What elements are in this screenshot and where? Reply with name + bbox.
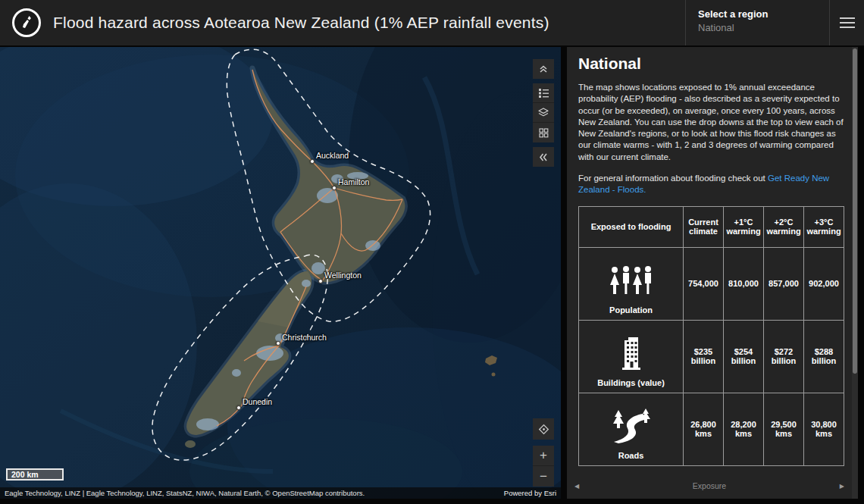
row-label-buildings: Buildings (value) <box>581 378 681 387</box>
value-population-current: 754,000 <box>684 247 724 320</box>
city-label: Auckland <box>316 151 349 160</box>
panel-scrollbar[interactable] <box>852 47 858 499</box>
city-dot-icon <box>318 279 323 283</box>
col-header-plus1: +1°C warming <box>724 206 764 247</box>
double-chevron-up-icon <box>539 64 548 74</box>
value-roads-plus1: 28,200 kms <box>724 393 764 465</box>
locate-button[interactable] <box>533 418 554 440</box>
value-buildings-plus3: $288 billion <box>804 320 844 393</box>
tab-exposure[interactable]: Exposure <box>693 481 726 490</box>
row-label-population: Population <box>581 305 681 315</box>
hamburger-menu-icon[interactable] <box>829 0 864 45</box>
value-buildings-current: $235 billion <box>684 320 724 393</box>
nz-flood-logo-icon <box>12 8 41 37</box>
population-icon <box>581 254 681 298</box>
zoom-out-button[interactable]: − <box>533 466 554 487</box>
expand-widgets-button[interactable] <box>533 59 554 79</box>
table-row-buildings: Buildings (value) $235 billion $254 bill… <box>579 320 844 393</box>
panel-more-text: For general information about flooding c… <box>578 173 844 196</box>
value-buildings-plus2: $272 billion <box>764 320 804 393</box>
city-label: Wellington <box>324 271 362 280</box>
info-panel: National The map shows locations exposed… <box>567 47 852 499</box>
zoom-controls: + − <box>533 446 554 487</box>
region-selector-value: National <box>698 22 829 33</box>
table-header-row: Exposed to flooding Current climate +1°C… <box>579 206 844 247</box>
basemap-gallery-button[interactable] <box>533 123 554 142</box>
double-chevron-left-icon <box>539 153 548 161</box>
map-canvas[interactable]: Auckland Hamilton Wellington Christchurc… <box>0 47 561 499</box>
city-label: Christchurch <box>282 333 327 342</box>
attribution-text: Eagle Technology, LINZ | Eagle Technolog… <box>5 489 365 497</box>
legend-icon <box>539 89 549 98</box>
page-title: Flood hazard across Aotearoa New Zealand… <box>53 14 549 32</box>
region-selector[interactable]: Select a region National <box>685 0 829 45</box>
app-header: Flood hazard across Aotearoa New Zealand… <box>0 0 864 45</box>
city-dot-icon <box>236 405 241 410</box>
city-dot-icon <box>332 186 337 190</box>
scale-bar: 200 km <box>6 468 64 481</box>
exposure-table: Exposed to flooding Current climate +1°C… <box>578 206 844 466</box>
powered-by-esri: Powered by Esri <box>504 489 556 497</box>
tab-prev-arrow-icon[interactable]: ◀ <box>574 483 579 490</box>
col-header-plus3: +3°C warming <box>804 206 844 247</box>
value-buildings-plus1: $254 billion <box>724 320 764 393</box>
more-info-prefix: For general information about flooding c… <box>578 174 768 183</box>
table-row-population: Population 754,000 810,000 857,000 902,0… <box>579 247 844 320</box>
city-dot-icon <box>276 341 280 346</box>
col-header-plus2: +2°C warming <box>764 206 804 247</box>
exposure-tab-bar: ◀ Exposure ▶ <box>567 477 852 494</box>
zoom-in-button[interactable]: + <box>533 446 554 466</box>
map-attribution-bar: Eagle Technology, LINZ | Eagle Technolog… <box>0 487 561 499</box>
map-widget-stack <box>533 59 554 167</box>
row-label-roads: Roads <box>581 451 681 460</box>
panel-intro-text: The map shows locations exposed to 1% an… <box>578 82 844 163</box>
basemap-grid-icon <box>539 128 549 138</box>
table-row-roads: Roads 26,800 kms 28,200 kms 29,500 kms 3… <box>579 393 844 465</box>
tab-next-arrow-icon[interactable]: ▶ <box>840 483 844 490</box>
city-dot-icon <box>310 159 315 164</box>
value-roads-plus3: 30,800 kms <box>804 393 844 465</box>
value-population-plus3: 902,000 <box>804 247 844 320</box>
roads-icon <box>581 399 681 443</box>
col-header-exposed: Exposed to flooding <box>579 206 684 247</box>
city-label: Dunedin <box>243 397 272 406</box>
value-roads-current: 26,800 kms <box>684 393 724 465</box>
col-header-current: Current climate <box>684 206 724 247</box>
panel-title: National <box>578 55 844 73</box>
value-population-plus1: 810,000 <box>724 247 764 320</box>
value-roads-plus2: 29,500 kms <box>764 393 804 465</box>
legend-button[interactable] <box>533 83 554 103</box>
app-window: Flood hazard across Aotearoa New Zealand… <box>0 0 864 504</box>
locate-diamond-icon <box>538 424 549 435</box>
layers-icon <box>538 108 549 117</box>
scrollbar-thumb[interactable] <box>853 49 857 374</box>
header-title-group: Flood hazard across Aotearoa New Zealand… <box>0 0 685 45</box>
basemap-image <box>0 47 561 499</box>
buildings-icon <box>581 327 681 371</box>
layers-button[interactable] <box>533 103 554 123</box>
value-population-plus2: 857,000 <box>764 247 804 320</box>
region-selector-label: Select a region <box>698 8 829 20</box>
city-label: Hamilton <box>338 177 369 186</box>
collapse-panel-button[interactable] <box>533 147 554 167</box>
